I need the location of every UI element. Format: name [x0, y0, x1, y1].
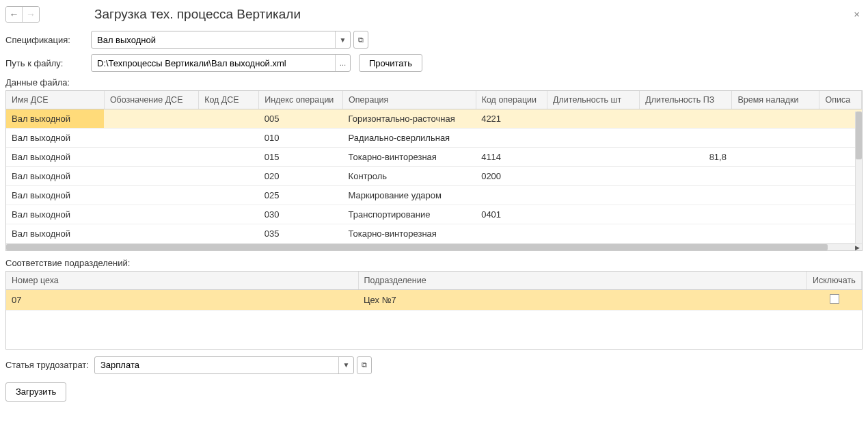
- column-header[interactable]: Обозначение ДСЕ: [104, 91, 198, 109]
- column-header[interactable]: Код ДСЕ: [199, 91, 259, 109]
- forward-button: →: [23, 7, 39, 22]
- spec-label: Спецификация:: [5, 35, 91, 45]
- column-header[interactable]: Время наладки: [732, 91, 819, 109]
- close-icon[interactable]: ×: [851, 5, 863, 23]
- load-button[interactable]: Загрузить: [5, 382, 66, 402]
- back-button[interactable]: ←: [6, 7, 23, 22]
- scroll-right-icon[interactable]: ▶: [852, 244, 862, 250]
- column-header[interactable]: Описа: [819, 91, 862, 109]
- browse-icon[interactable]: …: [335, 55, 350, 71]
- table-row[interactable]: Вал выходной020Контроль0200: [6, 167, 862, 186]
- column-header[interactable]: Подразделение: [358, 272, 807, 290]
- column-header[interactable]: Длительность шт: [547, 91, 640, 109]
- open-external-icon[interactable]: ⧉: [353, 31, 368, 49]
- column-header[interactable]: Номер цеха: [6, 272, 358, 290]
- path-input[interactable]: [92, 58, 335, 68]
- dept-label: Соответствие подразделений:: [5, 258, 863, 268]
- column-header[interactable]: Код операции: [476, 91, 547, 109]
- path-input-group: …: [91, 54, 351, 72]
- table-header-row: Имя ДСЕОбозначение ДСЕКод ДСЕИндекс опер…: [6, 91, 862, 109]
- nav-buttons: ← →: [5, 6, 40, 23]
- file-data-table: Имя ДСЕОбозначение ДСЕКод ДСЕИндекс опер…: [5, 90, 863, 251]
- dropdown-icon[interactable]: ▼: [335, 31, 350, 48]
- spec-input-group: ▼: [91, 31, 351, 49]
- column-header[interactable]: Имя ДСЕ: [6, 91, 104, 109]
- exclude-checkbox[interactable]: [830, 294, 839, 304]
- page-title: Загрузка тех. процесса Вертикали: [94, 7, 851, 22]
- table-row[interactable]: Вал выходной035Токарно-винторезная: [6, 224, 862, 244]
- column-header[interactable]: Индекс операции: [259, 91, 343, 109]
- table-row[interactable]: Вал выходной030Транспортирование0401: [6, 205, 862, 224]
- vertical-scrollbar[interactable]: [855, 111, 862, 244]
- horizontal-scrollbar[interactable]: ▶: [6, 244, 862, 250]
- table-row[interactable]: Вал выходной010Радиально-сверлильная: [6, 129, 862, 148]
- file-data-label: Данные файла:: [5, 77, 863, 88]
- table-row[interactable]: Вал выходной025Маркирование ударом: [6, 186, 862, 205]
- column-header[interactable]: Длительность ПЗ: [640, 91, 732, 109]
- dropdown-icon[interactable]: ▼: [338, 357, 353, 373]
- table-row[interactable]: Вал выходной015Токарно-винторезная411481…: [6, 148, 862, 167]
- spec-input[interactable]: [92, 35, 335, 45]
- table-header-row: Номер цехаПодразделениеИсключать: [6, 272, 862, 290]
- column-header[interactable]: Операция: [343, 91, 476, 109]
- column-header[interactable]: Исключать: [807, 272, 862, 290]
- labor-input-group: ▼: [94, 356, 354, 374]
- read-button[interactable]: Прочитать: [359, 54, 422, 72]
- path-label: Путь к файлу:: [5, 58, 91, 68]
- labor-label: Статья трудозатрат:: [5, 360, 94, 370]
- dept-table: Номер цехаПодразделениеИсключать 07Цех №…: [5, 271, 863, 350]
- table-row[interactable]: Вал выходной005Горизонтально-расточная42…: [6, 109, 862, 129]
- labor-input[interactable]: [95, 360, 338, 370]
- open-external-icon[interactable]: ⧉: [357, 356, 372, 374]
- table-row[interactable]: 07Цех №7: [6, 290, 862, 311]
